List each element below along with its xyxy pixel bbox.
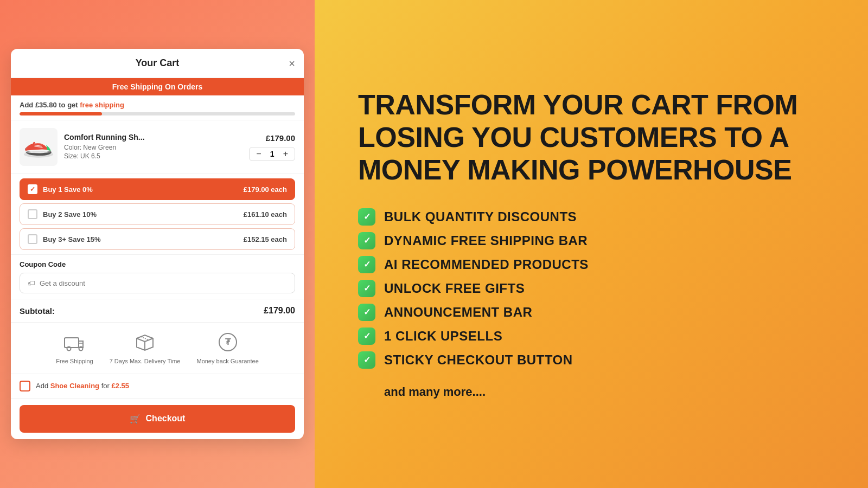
discount-option-2[interactable]: Buy 2 Save 10% £161.10 each [20,203,295,225]
coupon-input[interactable] [40,279,287,287]
and-more: and many more.... [358,385,825,399]
discount-price-1: £179.00 each [244,185,287,194]
shoe-icon [22,135,55,159]
check-badge-1: ✓ [358,208,375,226]
free-shipping-banner: Free Shipping On Orders [11,78,304,95]
feature-text-4: UNLOCK FREE GIFTS [384,281,525,296]
discount-price-2: £161.10 each [244,210,287,219]
decrease-qty-button[interactable]: − [255,150,262,158]
progress-track [20,112,295,115]
features-list: ✓ BULK QUANTITY DISCOUNTS ✓ DYNAMIC FREE… [358,208,825,369]
add-text: Add [20,101,35,109]
feature-item-6: ✓ 1 CLICK UPSELLS [358,328,825,345]
feature-item-5: ✓ ANNOUNCEMENT BAR [358,304,825,321]
item-details: Comfort Running Sh... Color: New Green S… [64,133,242,161]
increase-qty-button[interactable]: + [282,150,289,158]
item-color: Color: New Green [64,144,242,151]
cart-item: Comfort Running Sh... Color: New Green S… [11,120,304,174]
badge-free-shipping-text: Free Shipping [56,357,93,365]
volume-discounts: Buy 1 Save 0% £179.00 each Buy 2 Save 10… [11,174,304,254]
item-image [20,128,58,166]
right-panel: TRANSFORM YOUR CART FROM LOSING YOU CUST… [315,0,868,488]
discount-checkbox-3 [28,234,37,244]
svg-rect-3 [65,338,79,348]
subtotal-value: £179.00 [264,306,295,316]
addon-section: Add Shoe Cleaning for £2.55 [11,374,304,399]
badge-money-back-text: Money back Guarantee [196,357,258,365]
feature-text-7: STICKY CHECKOUT BUTTON [384,352,572,368]
svg-text:₮: ₮ [225,337,231,346]
badge-delivery-text: 7 Days Max. Delivery Time [110,357,181,365]
check-badge-7: ✓ [358,351,375,369]
quantity-control: − 1 + [249,147,295,161]
free-shipping-label: free shipping [80,101,124,109]
headline: TRANSFORM YOUR CART FROM LOSING YOU CUST… [358,89,825,186]
discount-price-3: £152.15 each [244,235,287,243]
headline-line-2: LOSING YOU CUSTOMERS TO A [358,121,825,154]
discount-label-2: Buy 2 Save 10% [43,210,97,219]
check-badge-5: ✓ [358,304,375,321]
badge-delivery: 7 Days Max. Delivery Time [110,330,181,365]
close-button[interactable]: × [289,58,295,69]
coupon-section: Coupon Code 🏷 [11,254,304,299]
feature-item-4: ✓ UNLOCK FREE GIFTS [358,280,825,297]
box-icon [133,330,157,354]
discount-checkbox-2 [28,209,37,219]
discount-option-3[interactable]: Buy 3+ Save 15% £152.15 each [20,228,295,250]
shipping-progress-section: Add £35.80 to get free shipping [11,95,304,120]
shield-icon: ₮ [216,330,240,354]
quantity-value: 1 [268,150,277,158]
check-badge-3: ✓ [358,256,375,273]
badge-money-back: ₮ Money back Guarantee [196,330,258,365]
coupon-label: Coupon Code [20,260,295,268]
check-badge-4: ✓ [358,280,375,297]
coupon-input-wrapper: 🏷 [20,273,295,293]
addon-text: Add Shoe Cleaning for £2.55 [36,382,129,390]
coupon-icon: 🏷 [28,279,35,287]
checkout-button[interactable]: 🛒 Checkout [20,405,295,433]
discount-label-1: Buy 1 Save 0% [43,185,93,194]
subtotal-row: Subtotal: £179.00 [11,299,304,322]
feature-text-1: BULK QUANTITY DISCOUNTS [384,209,577,224]
headline-line-1: TRANSFORM YOUR CART FROM [358,89,825,121]
progress-fill [20,112,102,115]
discount-checkbox-1 [28,184,37,194]
to-get-text: to get [57,101,80,109]
cart-header: Your Cart × [11,49,304,78]
feature-text-3: AI RECOMMENDED PRODUCTS [384,257,589,272]
item-name: Comfort Running Sh... [64,133,242,142]
feature-item-2: ✓ DYNAMIC FREE SHIPPING BAR [358,232,825,249]
feature-text-5: ANNOUNCEMENT BAR [384,305,532,320]
badge-free-shipping: Free Shipping [56,330,93,365]
feature-item-3: ✓ AI RECOMMENDED PRODUCTS [358,256,825,273]
discount-option-1[interactable]: Buy 1 Save 0% £179.00 each [20,178,295,200]
shipping-progress-text: Add £35.80 to get free shipping [20,101,295,109]
feature-item-7: ✓ STICKY CHECKOUT BUTTON [358,351,825,369]
feature-item-1: ✓ BULK QUANTITY DISCOUNTS [358,208,825,226]
item-size: Size: UK 6.5 [64,152,242,160]
left-panel: Your Cart × Free Shipping On Orders Add … [0,0,315,488]
cart-modal: Your Cart × Free Shipping On Orders Add … [11,49,304,439]
addon-checkbox[interactable] [20,381,30,391]
truck-icon [62,330,86,354]
cart-title: Your Cart [136,57,180,69]
checkout-icon: 🛒 [130,414,141,424]
subtotal-label: Subtotal: [20,306,55,316]
item-price: £179.00 [266,133,295,143]
shipping-amount: £35.80 [35,101,57,109]
item-price-qty: £179.00 − 1 + [249,133,295,161]
check-badge-6: ✓ [358,328,375,345]
headline-line-3: MONEY MAKING POWERHOUSE [358,154,825,187]
discount-label-3: Buy 3+ Save 15% [43,235,101,243]
feature-text-2: DYNAMIC FREE SHIPPING BAR [384,233,588,248]
trust-badges: Free Shipping 7 Days Max. Delivery Time [11,322,304,374]
check-badge-2: ✓ [358,232,375,249]
feature-text-6: 1 CLICK UPSELLS [384,329,502,344]
